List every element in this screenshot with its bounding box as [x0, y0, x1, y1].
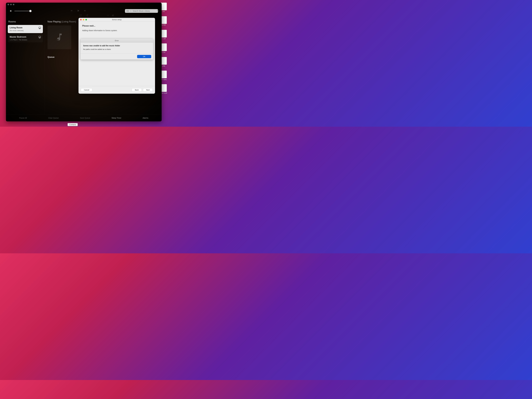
- lang-badge: EN: [126, 10, 129, 12]
- dock-tooltip: Contacts: [68, 123, 78, 126]
- error-footer: OK: [81, 53, 153, 59]
- music-note-icon: [55, 32, 64, 42]
- file-label: i, L.pdf: [162, 38, 166, 39]
- minimize-icon[interactable]: [83, 19, 84, 20]
- sonos-setup-dialog: Sonos setup Please wait... Adding share …: [78, 18, 155, 94]
- svg-point-8: [112, 15, 113, 15]
- error-message: No paths could be added as a share.: [83, 48, 150, 50]
- svg-line-1: [158, 11, 158, 12]
- repeat-icon[interactable]: [79, 14, 82, 17]
- close-icon[interactable]: [80, 19, 82, 20]
- file-label: usic: [162, 11, 165, 12]
- play-icon[interactable]: [76, 9, 80, 13]
- album-art: [48, 25, 71, 49]
- svg-marker-12: [39, 28, 40, 29]
- back-button[interactable]: Back: [132, 88, 142, 92]
- search-input[interactable]: [133, 10, 156, 12]
- room-name: Living Room: [10, 26, 24, 29]
- save-queue-button[interactable]: Save Queue: [80, 117, 90, 119]
- sleep-timer-button[interactable]: Sleep Timer: [112, 117, 121, 119]
- ok-button[interactable]: OK: [137, 55, 151, 58]
- rooms-sidebar: Rooms Living Room [No music selected] Ma…: [6, 18, 45, 114]
- room-living-room[interactable]: Living Room [No music selected]: [8, 25, 43, 33]
- room-subtext: ⏸Is This It - The Strokes: [10, 39, 27, 41]
- top-controls: EN ▼: [6, 6, 162, 14]
- chevron-down-icon[interactable]: ▼: [130, 10, 132, 12]
- next-button[interactable]: Next: [143, 88, 153, 92]
- shuffle-icon[interactable]: [86, 14, 88, 17]
- error-sheet: Error Sonos was unable to add the music …: [80, 39, 153, 60]
- eq-icon[interactable]: [112, 14, 114, 17]
- zoom-icon[interactable]: [85, 19, 87, 20]
- volume-thumb[interactable]: [29, 10, 32, 12]
- error-body: Sonos was unable to add the music folder…: [81, 43, 153, 53]
- now-playing-context: (Living Room): [61, 20, 76, 23]
- secondary-controls: [6, 14, 162, 18]
- dialog-heading: Please wait...: [82, 25, 151, 27]
- volume-slider[interactable]: [14, 11, 32, 11]
- airplay-icon[interactable]: [38, 26, 41, 29]
- prev-track-icon[interactable]: [70, 9, 73, 13]
- bottom-bar: Pause All Clear Queue Save Queue Sleep T…: [6, 114, 162, 121]
- svg-point-9: [113, 16, 113, 16]
- sonos-titlebar[interactable]: [6, 3, 162, 6]
- search-icon[interactable]: [157, 10, 159, 12]
- dialog-titlebar[interactable]: Sonos setup: [78, 18, 155, 21]
- error-title: Sonos was unable to add the music folder: [83, 44, 150, 47]
- room-subtext: [No music selected]: [10, 30, 24, 32]
- file-label: L 2.pc: [162, 52, 165, 53]
- cancel-button[interactable]: Cancel: [81, 88, 92, 92]
- svg-point-0: [157, 10, 158, 11]
- playback-controls: [70, 9, 86, 13]
- zoom-icon[interactable]: [13, 4, 14, 5]
- svg-marker-14: [39, 38, 40, 38]
- volume-icon[interactable]: [10, 10, 13, 13]
- room-master-bedroom[interactable]: Master Bedroom ⏸Is This It - The Strokes: [8, 34, 43, 42]
- search-field[interactable]: EN ▼: [125, 9, 158, 13]
- dialog-title: Sonos setup: [78, 19, 155, 21]
- volume-control: [10, 10, 32, 13]
- minimize-icon[interactable]: [10, 4, 12, 5]
- file-label: 29.PDF: [161, 24, 166, 26]
- alarms-button[interactable]: Alarms: [143, 117, 148, 119]
- dialog-status: Adding share information to Sonos system…: [82, 29, 151, 32]
- error-header: Error: [81, 39, 153, 43]
- next-track-icon[interactable]: [84, 9, 86, 13]
- airplay-icon[interactable]: [38, 36, 41, 38]
- file-label: .jpeg: [162, 65, 165, 67]
- crossfade-icon[interactable]: [107, 14, 109, 17]
- dialog-body: Please wait... Adding share information …: [78, 21, 155, 86]
- svg-line-4: [86, 15, 87, 15]
- room-name: Master Bedroom: [10, 36, 27, 38]
- clear-queue-button[interactable]: Clear Queue: [48, 117, 59, 119]
- sidebar-heading: Rooms: [8, 19, 43, 25]
- pause-all-button[interactable]: Pause All: [19, 117, 27, 119]
- dialog-footer: Cancel Back Next: [78, 86, 155, 94]
- close-icon[interactable]: [7, 4, 9, 5]
- now-playing-label: Now Playing: [48, 20, 61, 23]
- svg-point-10: [113, 15, 114, 15]
